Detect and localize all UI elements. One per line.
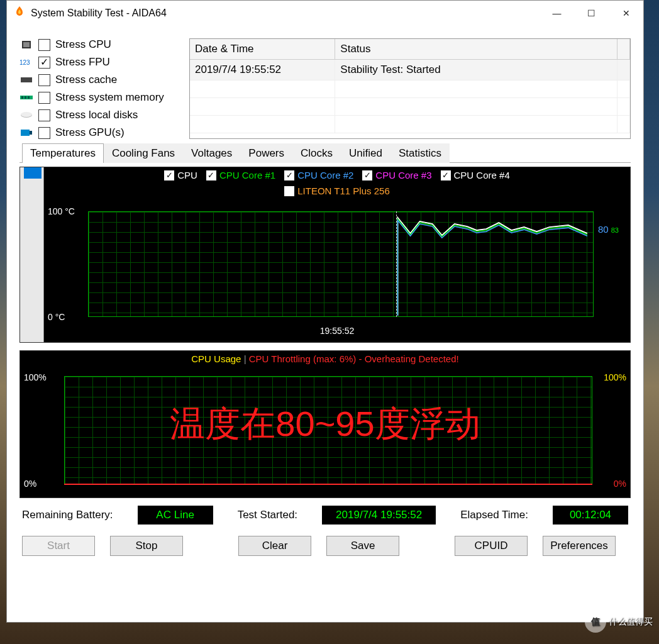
temp-grid: 80 83 (88, 211, 594, 317)
legend-core1[interactable]: CPU Core #1 (206, 170, 275, 180)
clear-button[interactable]: Clear (238, 536, 311, 556)
legend-liteon[interactable]: LITEON T11 Plus 256 (284, 186, 389, 196)
legend-cpu[interactable]: CPU (164, 170, 197, 180)
stress-gpu-checkbox[interactable] (38, 127, 50, 139)
stress-fpu-row: 123 Stress FPU (19, 56, 183, 69)
temp-current-value: 80 83 (598, 224, 619, 235)
temp-trace (88, 211, 594, 319)
stress-memory-checkbox[interactable] (38, 92, 50, 104)
save-button[interactable]: Save (326, 536, 399, 556)
button-bar: Start Stop Clear Save CPUID Preferences (19, 532, 631, 561)
stress-options-panel: Stress CPU 123 Stress FPU Stress cache S… (19, 38, 183, 139)
cpuid-button[interactable]: CPUID (455, 536, 528, 556)
disk-icon (19, 110, 33, 120)
stress-memory-row: Stress system memory (19, 91, 183, 104)
stress-cache-checkbox[interactable] (38, 74, 50, 86)
tab-voltages[interactable]: Voltages (183, 143, 240, 163)
titlebar: System Stability Test - AIDA64 — ☐ ✕ (7, 1, 643, 26)
temp-y-max: 100 °C (48, 206, 75, 216)
legend-core3[interactable]: CPU Core #3 (362, 170, 431, 180)
log-date-cell: 2019/7/4 19:55:52 (190, 60, 335, 80)
tab-temperatures[interactable]: Temperatures (22, 143, 104, 163)
watermark-text: 什么值得买 (609, 616, 653, 626)
preferences-button[interactable]: Preferences (543, 536, 616, 556)
stress-cpu-label: Stress CPU (55, 38, 111, 51)
tab-statistics[interactable]: Statistics (390, 143, 450, 163)
fpu-icon: 123 (19, 57, 33, 67)
log-status-cell: Stability Test: Started (335, 60, 617, 80)
elapsed-label: Elapsed Time: (460, 509, 528, 521)
log-header-status[interactable]: Status (335, 39, 617, 60)
temp-y-min: 0 °C (48, 312, 65, 322)
svg-rect-5 (21, 96, 23, 99)
usage-y-max: 100% (24, 372, 47, 382)
battery-value: AC Line (138, 506, 213, 525)
slider-thumb[interactable] (24, 167, 42, 179)
app-window: System Stability Test - AIDA64 — ☐ ✕ Str… (6, 0, 644, 623)
close-button[interactable]: ✕ (609, 1, 643, 26)
window-controls: — ☐ ✕ (540, 1, 643, 26)
site-watermark: 值什么值得买 (585, 611, 653, 633)
throttle-line (64, 484, 592, 485)
stress-cpu-row: Stress CPU (19, 38, 183, 51)
stop-button[interactable]: Stop (110, 536, 183, 556)
usage-grid (64, 376, 592, 485)
stress-cpu-checkbox[interactable] (38, 39, 50, 51)
memory-icon (19, 92, 33, 103)
usage-title: CPU Usage | CPU Throttling (max: 6%) - O… (25, 351, 625, 367)
usage-graph-inner: CPU Usage | CPU Throttling (max: 6%) - O… (20, 351, 630, 497)
stress-disks-row: Stress local disks (19, 109, 183, 121)
graphs-container: CPU CPU Core #1 CPU Core #2 CPU Core #3 … (19, 167, 631, 498)
svg-rect-6 (25, 96, 26, 99)
event-log-table: Date & Time Status 2019/7/4 19:55:52 Sta… (189, 38, 631, 139)
svg-rect-11 (30, 131, 32, 135)
legend-core4[interactable]: CPU Core #4 (441, 170, 510, 180)
svg-text:123: 123 (19, 59, 30, 66)
usage-right-max: 100% (604, 372, 626, 382)
started-label: Test Started: (238, 509, 297, 521)
stress-cache-row: Stress cache (19, 74, 183, 86)
usage-y-min: 0% (24, 479, 36, 489)
stress-gpu-label: Stress GPU(s) (55, 126, 125, 139)
gpu-icon (19, 128, 33, 138)
usage-title-right: CPU Throttling (max: 6%) - Overheating D… (249, 353, 459, 364)
tab-powers[interactable]: Powers (240, 143, 292, 163)
usage-title-left: CPU Usage (191, 353, 241, 364)
tab-clocks[interactable]: Clocks (292, 143, 341, 163)
svg-point-9 (21, 112, 32, 117)
cpu-icon (19, 40, 33, 50)
temp-legend-row1: CPU CPU Core #1 CPU Core #2 CPU Core #3 … (44, 167, 630, 183)
temp-vert-slider[interactable] (20, 167, 44, 342)
usage-right-min: 0% (614, 479, 626, 489)
maximize-button[interactable]: ☐ (574, 1, 609, 26)
log-empty-row (190, 80, 630, 98)
stress-disks-checkbox[interactable] (38, 109, 50, 121)
log-empty-row (190, 116, 630, 133)
svg-rect-10 (21, 130, 30, 136)
graph-tabs: Temperatures Cooling Fans Voltages Power… (19, 143, 631, 163)
status-bar: Remaining Battery: AC Line Test Started:… (19, 502, 631, 528)
watermark-badge-icon: 值 (585, 611, 606, 633)
stress-fpu-checkbox[interactable] (38, 57, 50, 69)
log-header-date[interactable]: Date & Time (190, 39, 335, 60)
temp-legend-row2: LITEON T11 Plus 256 (44, 183, 630, 199)
temp-graph-inner: CPU CPU Core #1 CPU Core #2 CPU Core #3 … (44, 167, 630, 342)
stress-gpu-row: Stress GPU(s) (19, 126, 183, 139)
tab-unified[interactable]: Unified (341, 143, 390, 163)
cache-icon (19, 75, 33, 85)
svg-rect-7 (28, 96, 30, 99)
log-header-row: Date & Time Status (190, 39, 630, 60)
tab-cooling-fans[interactable]: Cooling Fans (104, 143, 183, 163)
stress-disks-label: Stress local disks (55, 109, 138, 121)
log-empty-row (190, 98, 630, 116)
minimize-button[interactable]: — (540, 1, 574, 26)
elapsed-value: 00:12:04 (553, 506, 628, 525)
battery-label: Remaining Battery: (22, 509, 113, 521)
stress-memory-label: Stress system memory (55, 91, 164, 104)
legend-core2[interactable]: CPU Core #2 (284, 170, 353, 180)
window-title: System Stability Test - AIDA64 (31, 8, 167, 19)
top-row: Stress CPU 123 Stress FPU Stress cache S… (19, 38, 631, 139)
temp-time-label: 19:55:52 (320, 326, 355, 336)
log-row[interactable]: 2019/7/4 19:55:52 Stability Test: Starte… (190, 60, 630, 80)
started-value: 2019/7/4 19:55:52 (322, 506, 436, 525)
